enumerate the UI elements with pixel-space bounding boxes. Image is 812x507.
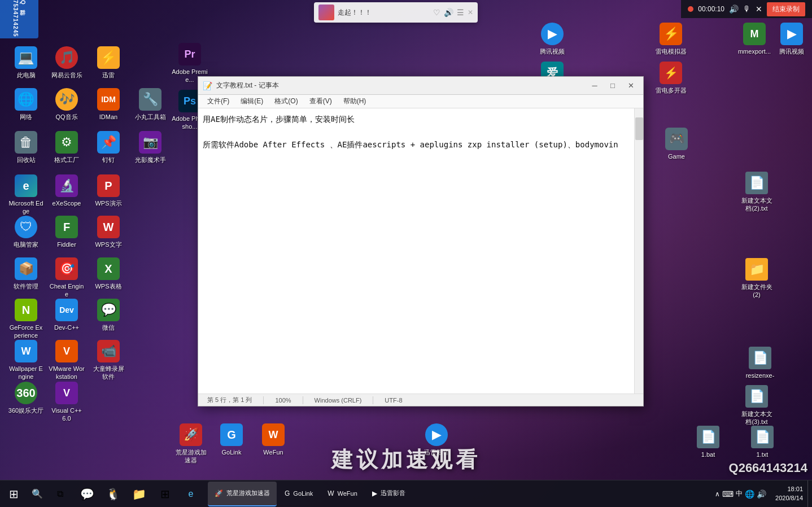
notepad-text-editor[interactable]: 用AE制作动态名片，步骤简单，安装时间长 所需软件Adobe After Eff… [198,108,634,394]
taskbar-taskview-button[interactable]: ⧉ [47,482,72,506]
taskbar-running-apps: 🚀 荒星游戏加速器 G GoLink W WeFun ▶ 迅雷影音 [208,482,412,506]
notepad-app-icon: 📝 [203,81,212,90]
desktop-icon-software-manager[interactable]: 📦 软件管理 [6,255,46,292]
desktop-icon-exescope[interactable]: 🔬 eXeScope [46,172,87,209]
desktop-icon-ldplayer[interactable]: ⚡ 雷电模拟器 [651,20,691,58]
notepad-title-text: 文字教程.txt - 记事本 [216,81,582,90]
song-close-icon[interactable]: ✕ [468,8,473,16]
song-thumbnail [318,5,334,20]
start-icon: ⊞ [9,487,19,501]
desktop-icon-recycle-bin[interactable]: 🗑 回收站 [6,129,46,166]
desktop-icon-this-computer[interactable]: 💻 此电脑 [6,44,46,81]
desktop-icon-network[interactable]: 🌐 网络 [6,86,46,123]
desktop-icon-wps-word[interactable]: W WPS文字 [88,213,129,251]
notepad-minimize-button[interactable]: ─ [587,80,603,91]
desktop-icon-mmexport[interactable]: M mmexport... [734,20,775,58]
notepad-content-area[interactable]: 用AE制作动态名片，步骤简单，安装时间长 所需软件Adobe After Eff… [198,108,643,394]
tray-lang-icon[interactable]: 中 [736,489,743,499]
taskbar-search-button[interactable]: 🔍 [27,480,47,508]
tray-chevron[interactable]: ∧ [715,490,720,498]
tray-keyboard-icon[interactable]: ⌨ [722,489,734,499]
desktop-icon-ldplayer-multi[interactable]: ⚡ 雷电多开器 [651,59,691,97]
desktop-icon-netease-music[interactable]: 🎵 网易云音乐 [46,44,87,81]
rec-volume-icon[interactable]: 🔊 [729,5,739,14]
notepad-titlebar[interactable]: 📝 文字教程.txt - 记事本 ─ □ ✕ [198,77,643,95]
taskbar-clock[interactable]: 18:01 2020/8/14 [771,485,807,502]
taskbar-app-window[interactable]: ⊞ [152,482,177,506]
bottom-overlay-text: 建议加速观看 [0,445,812,474]
desktop-icon-new-text-2[interactable]: 📄 新建文本文档(2).txt [736,169,777,215]
tray-volume-icon[interactable]: 🔊 [757,489,766,499]
taskbar-app-penguin[interactable]: 🐧 [101,482,125,506]
notepad-statusbar-sep2 [303,396,303,404]
taskbar-date: 2020/8/14 [775,494,803,502]
notepad-scrollbar[interactable] [634,108,643,394]
song-popup[interactable]: 走起！！！ ♡ 🔊 ☰ ✕ [314,2,478,23]
notepad-status-rowcol: 第 5 行，第 1 列 [207,396,252,404]
notepad-menu-help[interactable]: 帮助(H) [339,95,371,107]
desktop-icon-wechat[interactable]: 💬 微信 [88,296,129,334]
notepad-statusbar: 第 5 行，第 1 列 100% Windows (CRLF) UTF-8 [198,394,643,406]
desktop-icon-360games[interactable]: 360 360娱乐大厅 [6,379,46,417]
desktop-icon-qq-music[interactable]: 🎶 QQ音乐 [46,86,87,123]
desktop: Q群7534714245 走起！！！ ♡ 🔊 ☰ ✕ 00:00:10 🔊 🎙 … [0,0,812,507]
desktop-icon-wps-present[interactable]: P WPS演示 [88,172,129,209]
song-volume-icon[interactable]: 🔊 [444,8,453,17]
notepad-scrollbar-thumb[interactable] [635,117,643,140]
desktop-icon-game[interactable]: 🎮 Game [656,125,697,163]
taskbar-app-golink-running[interactable]: G GoLink [278,482,320,506]
desktop-icon-xiaowantoolbox[interactable]: 🔧 小丸工具箱 [130,86,171,123]
notepad-status-encoding: Windows (CRLF) [315,397,362,404]
desktop-icon-thunder[interactable]: ⚡ 迅雷 [88,44,129,81]
desktop-icon-idman[interactable]: IDM IDMan [88,86,129,123]
desktop-icon-new-folder-2[interactable]: 📁 新建文件夹(2) [736,256,777,301]
desktop-icon-format-factory[interactable]: ⚙ 格式工厂 [46,129,87,166]
notepad-menu-file[interactable]: 文件(F) [203,95,234,107]
notepad-close-button[interactable]: ✕ [623,80,639,91]
rec-close-icon[interactable]: ✕ [756,5,762,14]
rec-mic-icon[interactable]: 🎙 [743,5,751,14]
taskbar-start-button[interactable]: ⊞ [0,480,27,508]
song-heart-icon[interactable]: ♡ [433,8,440,17]
song-menu-icon[interactable]: ☰ [457,8,464,17]
desktop-icon-geforce[interactable]: N GeForce Experience [6,296,46,342]
desktop-icon-tencent-video[interactable]: ▶ 腾讯视频 [532,20,573,58]
notepad-menu-format[interactable]: 格式(O) [270,95,302,107]
wechat-taskbar-icon: 💬 [80,487,94,501]
search-icon: 🔍 [32,488,43,499]
desktop-icon-light-magic[interactable]: 📷 光影魔术手 [130,129,171,166]
desktop-icon-wallpaper-engine[interactable]: W Wallpaper Engine [6,338,46,383]
desktop-icon-screen-recorder[interactable]: 📹 大童蜂录屏软件 [88,338,129,383]
desktop-icon-devcpp[interactable]: Dev Dev-C++ [46,296,87,334]
stop-recording-button[interactable]: 结束录制 [767,2,805,16]
desktop-icon-resizenxe[interactable]: 📄 resizenxe- [740,344,780,382]
desktop-icon-pc-manager[interactable]: 🛡 电脑管家 [6,213,46,251]
desktop-icon-new-text-3[interactable]: 📄 新建文本文档(3).txt [736,383,777,429]
desktop-icon-wps-excel[interactable]: X WPS表格 [88,255,129,292]
desktop-icon-dingding[interactable]: 📌 钉钉 [88,129,129,166]
wefun-taskbar-label: WeFun [338,490,357,497]
taskbar-app-thunder-running[interactable]: ▶ 迅雷影音 [365,482,412,506]
desktop-icon-cheat-engine[interactable]: 🎯 Cheat Engine [46,255,87,301]
golink-taskbar-icon: G [285,489,290,497]
desktop-icon-visual-cpp[interactable]: V Visual C++ 6.0 [46,379,87,425]
tray-network-icon[interactable]: 🌐 [745,489,754,499]
notepad-maximize-button[interactable]: □ [605,80,621,91]
golink-taskbar-label: GoLink [293,490,313,497]
desktop-icon-fiddler[interactable]: F Fiddler [46,213,87,251]
footer-qq-number: Q2664143214 [729,461,807,475]
taskbar-pinned-apps: 💬 🐧 📁 ⊞ e [75,482,203,506]
taskbar-app-wechat[interactable]: 💬 [75,482,99,506]
taskbar-app-wefun-running[interactable]: W WeFun [321,482,364,506]
window-taskbar-icon: ⊞ [160,487,170,501]
taskbar-show-desktop-button[interactable] [807,480,812,508]
huangxing-taskbar-icon: 🚀 [215,489,223,497]
desktop-icon-edge[interactable]: e Microsoft Edge [6,172,46,218]
notepad-menu-view[interactable]: 查看(V) [305,95,337,107]
desktop-icon-tencent-video[interactable]: ▶ 腾讯视频 [771,20,812,58]
taskbar-app-files[interactable]: 📁 [126,482,151,506]
notepad-menu-edit[interactable]: 编辑(E) [236,95,268,107]
taskbar-app-edge[interactable]: e [178,482,203,506]
taskbar-app-huangxing-running[interactable]: 🚀 荒星游戏加速器 [208,482,277,506]
desktop-icon-vmware[interactable]: V VMware Workstation [46,338,87,383]
